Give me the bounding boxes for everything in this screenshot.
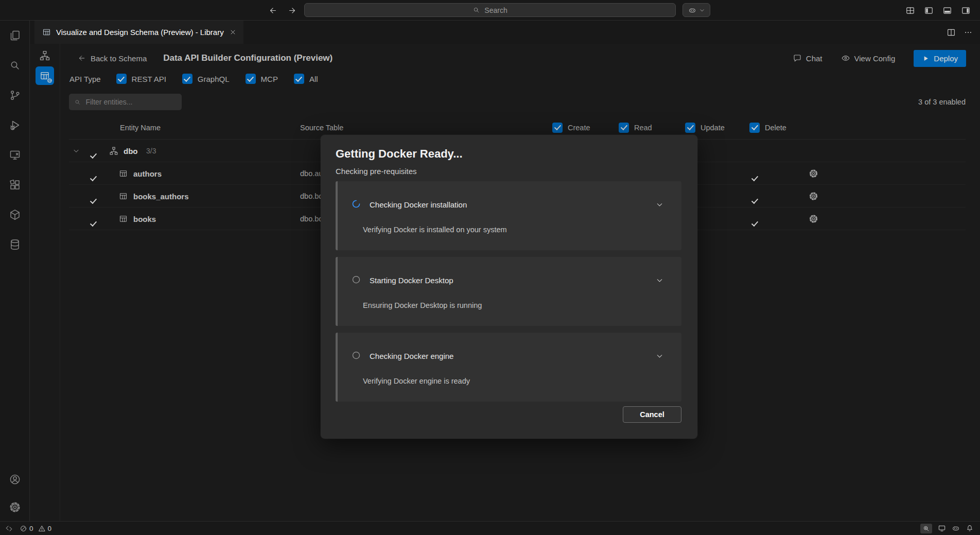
chevron-down-icon[interactable] xyxy=(655,200,664,209)
error-count: 0 xyxy=(29,525,33,532)
chevron-down-icon[interactable] xyxy=(655,352,664,360)
warning-count: 0 xyxy=(48,525,52,532)
error-icon xyxy=(20,525,27,532)
tab-visualize-schema[interactable]: Visualize and Design Schema (Preview) - … xyxy=(34,21,243,44)
notifications-bell-icon[interactable] xyxy=(966,524,974,532)
settings-button[interactable] xyxy=(0,493,30,521)
cancel-button[interactable]: Cancel xyxy=(623,406,681,423)
toggle-sidebar-left-icon[interactable] xyxy=(905,6,915,15)
customize-layout-icon[interactable] xyxy=(961,6,971,15)
chevron-down-icon xyxy=(699,7,705,13)
step-title: Checking Docker engine xyxy=(370,352,453,360)
step-description: Ensuring Docker Desktop is running xyxy=(363,301,482,309)
step-title: Checking Docker installation xyxy=(370,200,467,209)
copilot-icon xyxy=(688,6,696,14)
extensions-icon xyxy=(9,179,21,191)
search-icon xyxy=(472,6,480,14)
activitybar-database[interactable] xyxy=(0,230,30,260)
toggle-secondary-sidebar-icon[interactable] xyxy=(942,6,952,15)
database-icon xyxy=(9,238,21,251)
copilot-status-icon[interactable] xyxy=(952,524,960,532)
dialog-title: Getting Docker Ready... xyxy=(336,147,681,161)
pending-circle-icon xyxy=(351,350,361,360)
layout-controls xyxy=(905,0,971,21)
status-bar: 0 0 xyxy=(0,521,980,535)
activitybar-explorer[interactable] xyxy=(0,21,30,50)
window-titlebar: Search xyxy=(0,0,980,21)
problems-indicator[interactable]: 0 0 xyxy=(20,525,51,532)
step-docker-desktop[interactable]: Starting Docker Desktop Ensuring Docker … xyxy=(336,257,681,326)
dialog-subtitle: Checking pre-requisites xyxy=(336,167,681,176)
step-description: Verifying Docker engine is ready xyxy=(363,377,470,385)
zoom-icon xyxy=(922,525,930,532)
step-docker-installation[interactable]: Checking Docker installation Verifying D… xyxy=(336,181,681,250)
close-icon[interactable] xyxy=(229,28,237,36)
files-icon xyxy=(9,29,21,42)
remote-indicator-icon[interactable] xyxy=(5,525,13,532)
history-nav xyxy=(269,0,296,21)
search-icon xyxy=(9,59,21,72)
command-center-search[interactable]: Search xyxy=(304,3,676,17)
activitybar-search[interactable] xyxy=(0,50,30,80)
step-docker-engine[interactable]: Checking Docker engine Verifying Docker … xyxy=(336,333,681,402)
branch-icon xyxy=(9,89,21,101)
spinner-icon xyxy=(351,199,361,209)
toggle-panel-icon[interactable] xyxy=(924,6,934,15)
forward-arrow-icon[interactable] xyxy=(288,6,296,15)
zoom-indicator[interactable] xyxy=(920,524,932,533)
account-icon xyxy=(9,473,21,486)
gear-icon xyxy=(9,501,21,513)
package-icon xyxy=(9,209,21,221)
copilot-menu-button[interactable] xyxy=(682,3,710,17)
debug-icon xyxy=(9,119,21,131)
back-arrow-icon[interactable] xyxy=(269,6,277,15)
docker-ready-dialog: Getting Docker Ready... Checking pre-req… xyxy=(321,135,697,439)
more-actions-icon[interactable] xyxy=(964,28,973,37)
editor-actions xyxy=(947,21,980,44)
step-description: Verifying Docker is installed on your sy… xyxy=(363,226,507,234)
step-title: Starting Docker Desktop xyxy=(370,276,453,285)
split-editor-icon[interactable] xyxy=(947,28,956,37)
pending-circle-icon xyxy=(351,274,361,285)
account-button[interactable] xyxy=(0,465,30,493)
activitybar-containers[interactable] xyxy=(0,200,30,230)
chevron-down-icon[interactable] xyxy=(655,276,664,285)
activitybar-source-control[interactable] xyxy=(0,80,30,110)
dialog-steps: Checking Docker installation Verifying D… xyxy=(336,181,681,402)
activity-bar xyxy=(0,21,30,521)
activitybar-run-debug[interactable] xyxy=(0,110,30,140)
screencast-icon[interactable] xyxy=(938,524,946,532)
monitor-x-icon xyxy=(9,149,21,161)
table-icon xyxy=(42,28,51,37)
search-placeholder: Search xyxy=(484,6,507,14)
warning-icon xyxy=(38,525,46,532)
tab-title: Visualize and Design Schema (Preview) - … xyxy=(56,28,224,37)
activitybar-remote-explorer[interactable] xyxy=(0,140,30,170)
tab-bar: Visualize and Design Schema (Preview) - … xyxy=(30,21,980,44)
activitybar-extensions[interactable] xyxy=(0,170,30,200)
